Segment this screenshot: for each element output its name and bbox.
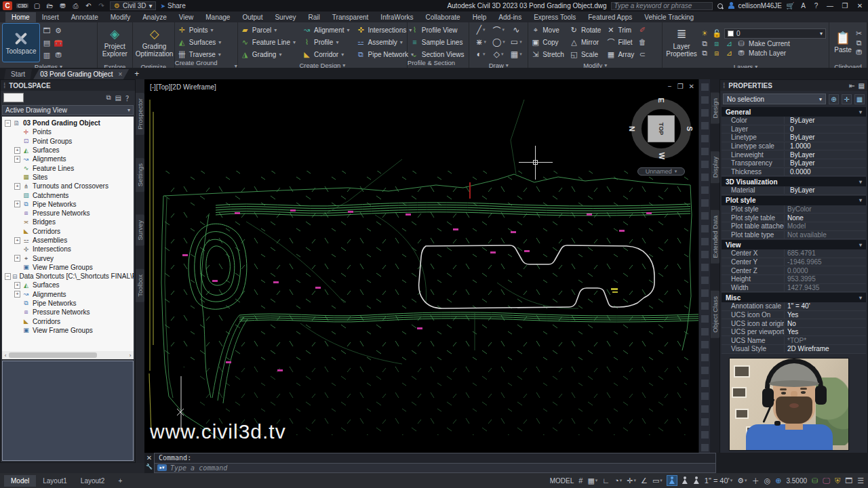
- compass-east[interactable]: E: [657, 98, 665, 102]
- tree-item[interactable]: Points: [5, 127, 134, 136]
- user-avatar-icon[interactable]: [728, 2, 734, 9]
- tree-expander[interactable]: [14, 183, 20, 189]
- ribbon-button[interactable]: ≡ Sample Lines: [410, 38, 465, 46]
- command-prompt-icon[interactable]: ▸▾: [157, 464, 167, 471]
- property-row[interactable]: Lineweight ByLayer: [722, 150, 866, 159]
- layer-off-icon[interactable]: ⊿: [724, 49, 734, 58]
- tree-expander[interactable]: [14, 192, 20, 199]
- selection-dropdown[interactable]: No selection▾: [723, 94, 826, 104]
- circle-tool-icon[interactable]: ◯▾: [490, 37, 507, 47]
- toolspace-view-dropdown[interactable]: Active Drawing View▾: [2, 105, 134, 115]
- tree-item[interactable]: Alignments: [5, 155, 134, 163]
- tree-expander[interactable]: [14, 129, 20, 135]
- property-row[interactable]: UCS icon On Yes: [722, 311, 866, 320]
- viewcube-top-face[interactable]: TOP: [648, 115, 675, 142]
- tree-expander[interactable]: [5, 120, 11, 126]
- tree-item[interactable]: View Frame Groups: [5, 326, 134, 335]
- ribbon-button[interactable]: ⧉ Pipe Network▾: [357, 50, 414, 59]
- annotation-visibility-icon[interactable]: [669, 476, 675, 485]
- autodesk-apps-icon[interactable]: A: [799, 1, 808, 10]
- command-close-icon[interactable]: ✕: [146, 454, 152, 462]
- grid-display-icon[interactable]: #: [578, 476, 583, 485]
- ribbon-tab[interactable]: Express Tools: [528, 12, 582, 22]
- annotation-scale-value[interactable]: 1" = 40'▾: [705, 476, 732, 485]
- tab-start[interactable]: Start: [4, 69, 32, 79]
- property-row[interactable]: Plot table attached... Model: [722, 222, 866, 231]
- trusted-dwg-icon[interactable]: ⛨: [835, 476, 840, 485]
- scrollbar-thumb[interactable]: [9, 352, 97, 358]
- ribbon-button[interactable]: ▦ Array: [606, 50, 634, 59]
- lineweight-value[interactable]: 3.5000: [786, 477, 807, 485]
- ribbon-button[interactable]: ⌖ Move: [531, 26, 564, 35]
- make-current-icon[interactable]: ⛁: [736, 39, 746, 48]
- tree-item[interactable]: View Frame Groups: [5, 263, 134, 272]
- table-tool-icon[interactable]: ▦▾: [507, 49, 525, 59]
- workspace-switcher[interactable]: ⚙ Civil 3D ▾: [110, 1, 156, 10]
- grading-optimization-button[interactable]: ◇ Grading Optimization: [136, 24, 174, 62]
- project-explorer-button[interactable]: ◈ Project Explorer: [100, 24, 130, 62]
- layer-on-icon[interactable]: ☀: [700, 29, 709, 38]
- rectangle-tool-icon[interactable]: ▭▾: [507, 37, 525, 47]
- ribbon-tab[interactable]: Output: [236, 12, 269, 22]
- ribbon-tab[interactable]: Rail: [302, 12, 326, 22]
- property-row[interactable]: Plot style ByColor: [722, 205, 866, 214]
- toolbox-icon[interactable]: 🧰: [53, 37, 64, 49]
- property-row[interactable]: Center Z 0.0000: [722, 266, 866, 275]
- minimize-button[interactable]: —: [825, 1, 835, 10]
- tree-expander[interactable]: [14, 147, 20, 153]
- tree-item[interactable]: Corridors: [5, 317, 134, 326]
- plot-icon[interactable]: ⎙: [71, 1, 80, 10]
- toolspace-button[interactable]: Toolspace: [3, 24, 39, 62]
- annotation-autoscale-icon[interactable]: [682, 476, 688, 485]
- properties-vertical-tab[interactable]: Extended Data: [711, 210, 719, 264]
- ribbon-button[interactable]: ↝ Alignment▾: [302, 26, 349, 35]
- graphics-performance-icon[interactable]: 🖵: [823, 476, 830, 485]
- ribbon-button[interactable]: ✜ Intersections▾: [357, 26, 414, 35]
- ribbon-button[interactable]: ◱ Scale: [570, 50, 601, 59]
- match-layer-icon[interactable]: ⛃: [736, 49, 746, 58]
- ribbon-tab[interactable]: InfraWorks: [374, 12, 419, 22]
- tree-item[interactable]: Pressure Networks: [5, 209, 134, 218]
- tree-expander[interactable]: [5, 273, 11, 279]
- object-tools-strip[interactable]: [698, 79, 710, 453]
- help-circle-icon[interactable]: ？: [125, 93, 132, 103]
- ribbon-button[interactable]: ↻ Rotate: [570, 26, 601, 35]
- tree-expander[interactable]: [14, 201, 20, 207]
- layer-tool-icon[interactable]: ⧉: [700, 39, 709, 48]
- tree-item[interactable]: Turnouts and Crossovers: [5, 182, 134, 190]
- redo-icon[interactable]: ↷: [97, 1, 106, 10]
- save-icon[interactable]: ⛃: [58, 1, 67, 10]
- viewport-close-icon[interactable]: ✕: [689, 83, 694, 90]
- property-row[interactable]: Material ByLayer: [722, 186, 866, 195]
- properties-palette-icon[interactable]: 🗔: [41, 25, 52, 37]
- property-row[interactable]: Layer 0: [722, 125, 866, 134]
- ribbon-tab[interactable]: Collaborate: [420, 12, 467, 22]
- drawing-viewport[interactable]: [-][Top][2D Wireframe] − ❐ ✕ E N S W TOP…: [144, 79, 698, 453]
- property-row[interactable]: UCS icon at origin No: [722, 319, 866, 328]
- tree-item[interactable]: Catchments: [5, 190, 134, 199]
- property-row[interactable]: Thickness 0.0000: [722, 168, 866, 177]
- properties-vertical-tab[interactable]: Design: [711, 93, 719, 124]
- tree-expander[interactable]: [14, 264, 20, 270]
- ribbon-button[interactable]: ◣ Corridor▾: [302, 50, 349, 59]
- ribbon-tab[interactable]: Insert: [36, 12, 65, 22]
- viewport-controls-label[interactable]: [-][Top][2D Wireframe]: [150, 83, 216, 91]
- tree-item[interactable]: Pipe Networks: [5, 200, 134, 209]
- ribbon-button[interactable]: ✛ Points▾: [178, 26, 221, 35]
- command-customize-icon[interactable]: 🔧: [146, 464, 153, 470]
- ellipse-tool-icon[interactable]: ◇▾: [490, 49, 507, 59]
- match-layer-button[interactable]: Match Layer: [749, 49, 786, 57]
- ribbon-button[interactable]: ▰ Parcel▾: [241, 26, 296, 35]
- tree-item[interactable]: Point Groups: [5, 137, 134, 146]
- properties-titlebar[interactable]: ⁞ PROPERTIES ⇤ ▤: [720, 80, 867, 91]
- tree-item[interactable]: Assemblies: [5, 236, 134, 245]
- region-tool-icon[interactable]: ◐▾: [472, 49, 490, 59]
- tree-expander[interactable]: [14, 291, 20, 298]
- tree-item[interactable]: Survey: [5, 253, 134, 262]
- restore-button[interactable]: ❐: [840, 1, 850, 10]
- save-palette-icon[interactable]: ⛃: [53, 49, 64, 61]
- toolspace-vertical-tab[interactable]: Prospector: [136, 93, 144, 135]
- layout-tab[interactable]: Layout1: [36, 475, 74, 487]
- section-3d-visualization[interactable]: 3D Visualization: [722, 177, 866, 186]
- ribbon-button[interactable]: ⌇ Profile▾: [302, 38, 349, 47]
